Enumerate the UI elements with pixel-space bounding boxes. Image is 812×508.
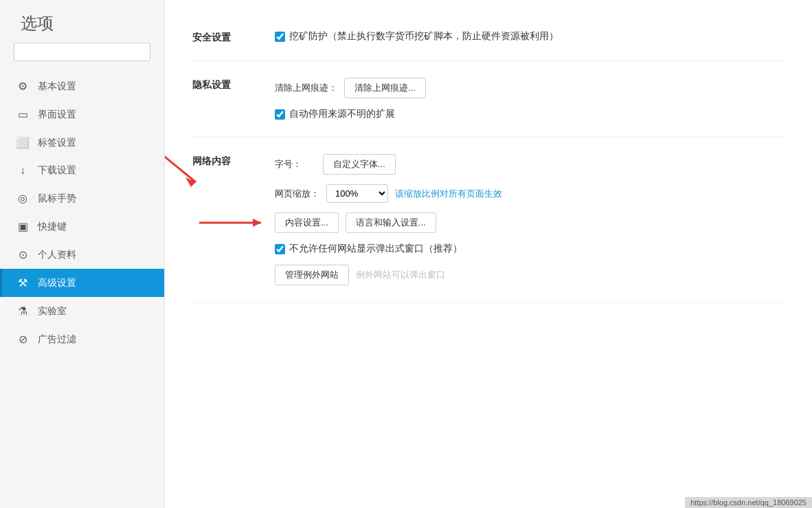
search-box[interactable] <box>14 43 150 61</box>
search-input[interactable] <box>14 43 150 61</box>
svg-line-0 <box>165 151 196 182</box>
sidebar-item-mouse[interactable]: ◎鼠标手势 <box>0 184 164 212</box>
clear-btn[interactable]: 清除上网痕迹... <box>344 78 426 98</box>
zoom-hint: 该缩放比例对所有页面生效 <box>395 188 502 200</box>
font-label: 字号： <box>275 158 316 170</box>
auto-disable-checkbox[interactable] <box>275 109 285 120</box>
zoom-row: 网页缩放： 100% 75% 90% 110% 125% 150% 该缩放比例对… <box>275 184 785 203</box>
sidebar-item-advanced[interactable]: ⚒高级设置 <box>0 269 164 297</box>
font-btn[interactable]: 自定义字体... <box>323 154 396 175</box>
auto-disable-text: 自动停用来源不明的扩展 <box>289 108 395 120</box>
privacy-section: 隐私设置 清除上网痕迹： 清除上网痕迹... 自动停用来源不明的扩展 <box>192 61 785 137</box>
network-section: 网络内容 字号： 自定义字体... 网页缩放： 100% 75% 90% 110… <box>192 137 785 302</box>
shortcut-icon: ▣ <box>16 220 30 233</box>
adfilter-icon: ⊘ <box>16 333 30 346</box>
sidebar-item-label-adfilter: 广告过滤 <box>38 333 76 346</box>
security-section: 安全设置 挖矿防护（禁止执行数字货币挖矿脚本，防止硬件资源被利用） <box>192 14 785 61</box>
profile-icon: ⊙ <box>16 248 30 261</box>
basic-icon: ⚙ <box>16 80 30 93</box>
ui-icon: ▭ <box>16 108 30 121</box>
language-btn[interactable]: 语言和输入设置... <box>346 212 436 233</box>
sidebar-item-label-ui: 界面设置 <box>38 109 76 121</box>
popup-row: 不允许任何网站显示弹出式窗口（推荐） <box>275 243 785 255</box>
sidebar-item-label-mouse: 鼠标手势 <box>38 192 76 205</box>
download-icon: ↓ <box>16 164 30 177</box>
popup-label[interactable]: 不允许任何网站显示弹出式窗口（推荐） <box>275 243 462 255</box>
sidebar-item-adfilter[interactable]: ⊘广告过滤 <box>0 325 164 353</box>
security-label: 安全设置 <box>192 30 275 44</box>
advanced-icon: ⚒ <box>16 276 30 289</box>
zoom-select[interactable]: 100% 75% 90% 110% 125% 150% <box>326 184 388 203</box>
url-bar: https://blog.csdn.net/qq_18069025 <box>685 497 812 508</box>
sidebar-item-ui[interactable]: ▭界面设置 <box>0 100 164 129</box>
mining-checkbox-label[interactable]: 挖矿防护（禁止执行数字货币挖矿脚本，防止硬件资源被利用） <box>275 30 559 43</box>
popup-text: 不允许任何网站显示弹出式窗口（推荐） <box>289 243 462 255</box>
manage-row: 管理例外网站 例外网站可以弹出窗口 <box>275 265 785 285</box>
mining-text: 挖矿防护（禁止执行数字货币挖矿脚本，防止硬件资源被利用） <box>289 30 559 43</box>
manage-btn[interactable]: 管理例外网站 <box>275 265 349 285</box>
sidebar-item-label-tabs: 标签设置 <box>38 137 76 149</box>
lab-icon: ⚗ <box>16 305 30 318</box>
mining-checkbox[interactable] <box>275 32 285 42</box>
sidebar-item-lab[interactable]: ⚗实验室 <box>0 297 164 325</box>
mining-row: 挖矿防护（禁止执行数字货币挖矿脚本，防止硬件资源被利用） <box>275 30 785 43</box>
security-content: 挖矿防护（禁止执行数字货币挖矿脚本，防止硬件资源被利用） <box>275 30 785 44</box>
sidebar-item-label-basic: 基本设置 <box>38 80 76 93</box>
sidebar-item-shortcut[interactable]: ▣快捷键 <box>0 212 164 241</box>
font-row: 字号： 自定义字体... <box>275 154 785 175</box>
sidebar-item-label-profile: 个人资料 <box>38 249 76 261</box>
clear-row: 清除上网痕迹： 清除上网痕迹... <box>275 78 785 98</box>
sidebar-item-label-download: 下载设置 <box>38 164 76 177</box>
sidebar-item-basic[interactable]: ⚙基本设置 <box>0 72 164 100</box>
main-content: 安全设置 挖矿防护（禁止执行数字货币挖矿脚本，防止硬件资源被利用） 隐私设置 清… <box>165 0 812 508</box>
sidebar-item-label-lab: 实验室 <box>38 305 67 318</box>
sidebar-item-tabs[interactable]: ⬜标签设置 <box>0 129 164 157</box>
sidebar-item-profile[interactable]: ⊙个人资料 <box>0 241 164 269</box>
network-content: 字号： 自定义字体... 网页缩放： 100% 75% 90% 110% 125… <box>275 154 785 285</box>
zoom-label: 网页缩放： <box>275 188 319 200</box>
mouse-icon: ◎ <box>16 192 30 205</box>
url-text: https://blog.csdn.net/qq_18069025 <box>690 498 807 507</box>
nav-items: ⚙基本设置▭界面设置⬜标签设置↓下载设置◎鼠标手势▣快捷键⊙个人资料⚒高级设置⚗… <box>0 72 164 353</box>
sidebar-item-label-shortcut: 快捷键 <box>38 221 67 233</box>
sidebar: 选项 ⚙基本设置▭界面设置⬜标签设置↓下载设置◎鼠标手势▣快捷键⊙个人资料⚒高级… <box>0 0 165 508</box>
tabs-icon: ⬜ <box>16 136 30 149</box>
manage-hint: 例外网站可以弹出窗口 <box>356 269 445 281</box>
sidebar-item-label-advanced: 高级设置 <box>38 277 76 289</box>
content-buttons-row: 内容设置... 语言和输入设置... <box>275 212 785 233</box>
auto-disable-row: 自动停用来源不明的扩展 <box>275 108 785 120</box>
popup-checkbox[interactable] <box>275 244 285 254</box>
sidebar-item-download[interactable]: ↓下载设置 <box>0 157 164 184</box>
content-btn[interactable]: 内容设置... <box>275 212 339 233</box>
clear-label: 清除上网痕迹： <box>275 82 337 94</box>
svg-marker-3 <box>253 219 261 227</box>
auto-disable-label[interactable]: 自动停用来源不明的扩展 <box>275 108 395 120</box>
arrow-to-content-btn <box>192 209 275 236</box>
privacy-content: 清除上网痕迹： 清除上网痕迹... 自动停用来源不明的扩展 <box>275 78 785 120</box>
sidebar-title: 选项 <box>0 0 164 43</box>
privacy-label: 隐私设置 <box>192 78 275 120</box>
